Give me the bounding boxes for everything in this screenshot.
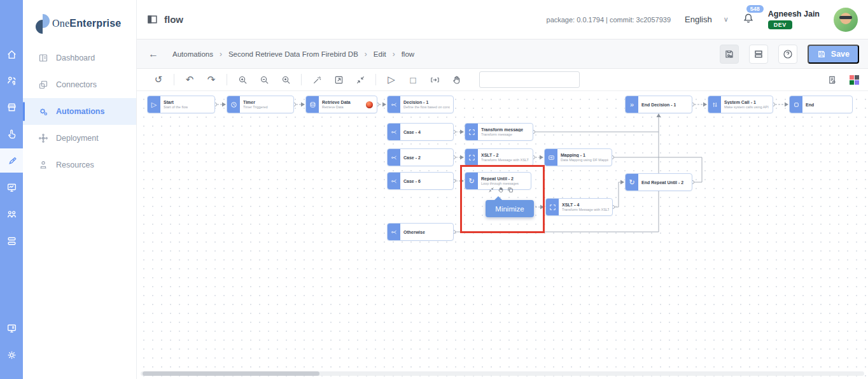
node-subtitle: Loop through messages bbox=[481, 182, 519, 185]
page-title: flow bbox=[164, 14, 183, 25]
flow-node-case-2[interactable]: Case - 2 bbox=[387, 148, 454, 166]
brand-logo[interactable]: OneEnterprise bbox=[23, 0, 136, 37]
sidebar-item-connectors[interactable]: Connectors bbox=[23, 71, 136, 98]
node-title: Case - 6 bbox=[403, 179, 421, 183]
store-icon bbox=[6, 102, 17, 113]
notifications-button[interactable]: 548 bbox=[743, 13, 754, 27]
bell-icon bbox=[743, 13, 754, 24]
save-button[interactable]: Save bbox=[808, 45, 859, 64]
undo-button[interactable]: ↶ bbox=[183, 73, 196, 86]
flow-node-decision-1[interactable]: Decision - 1Define the flow based on con… bbox=[387, 96, 454, 113]
rail-workstation[interactable] bbox=[0, 316, 23, 340]
rail-home[interactable] bbox=[0, 42, 23, 66]
flow-properties-button[interactable] bbox=[825, 73, 838, 86]
rail-team[interactable] bbox=[0, 202, 23, 226]
save-eye-icon bbox=[724, 49, 734, 59]
flow-node-end-decision-1[interactable]: » End Decision - 1 bbox=[625, 96, 692, 113]
rail-monitor-activity[interactable] bbox=[0, 175, 23, 199]
palette-grid-icon[interactable] bbox=[850, 75, 859, 85]
zoom-out-button[interactable] bbox=[258, 73, 270, 86]
breadcrumb-item[interactable]: Second Retrieve Data From Firebird DB bbox=[228, 50, 358, 58]
node-title: Retrieve Data bbox=[322, 100, 351, 104]
error-emoji-badge bbox=[366, 101, 373, 108]
rail-marketplace[interactable] bbox=[0, 95, 23, 119]
fit-screen-button[interactable] bbox=[332, 73, 345, 86]
breadcrumb-item[interactable]: flow bbox=[402, 50, 414, 58]
sidebar-item-automations[interactable]: Automations bbox=[23, 98, 136, 125]
sidebar-item-label: Dashboard bbox=[56, 54, 95, 62]
language-selector[interactable]: English ∨ bbox=[685, 15, 729, 24]
step-button[interactable] bbox=[428, 73, 441, 86]
zoom-in-button[interactable] bbox=[236, 73, 249, 86]
sidebar-item-resources[interactable]: Resources bbox=[23, 152, 136, 178]
flow-node-timer[interactable]: TimerTimer Triggered bbox=[227, 96, 294, 113]
layout-rows-button[interactable] bbox=[749, 45, 768, 64]
sidebar-item-deployment[interactable]: Deployment bbox=[23, 125, 136, 152]
search-input[interactable] bbox=[485, 76, 575, 83]
flow-node-mapping-1[interactable]: Mapping - 1Data Mapping using DF Mapping… bbox=[544, 148, 612, 166]
collapse-button[interactable] bbox=[354, 73, 367, 86]
help-icon bbox=[783, 49, 793, 59]
flow-node-xslt-4[interactable]: XSLT - 4Transform Message with XSLT bbox=[545, 198, 613, 216]
toolbar-divider bbox=[227, 74, 227, 85]
node-title: End Decision - 1 bbox=[641, 103, 676, 107]
gear-icon bbox=[6, 350, 17, 361]
rail-stack[interactable] bbox=[0, 229, 23, 253]
flow-node-system-call-1[interactable]: System Call - 1Make system calls using A… bbox=[708, 96, 773, 113]
branch-icon bbox=[388, 149, 400, 166]
flow-node-case-4[interactable]: Case - 4 bbox=[387, 123, 454, 141]
node-title: Start bbox=[164, 100, 188, 104]
node-title: End bbox=[806, 103, 814, 107]
flow-node-end[interactable]: End bbox=[789, 96, 853, 113]
breadcrumb-item[interactable]: Edit bbox=[374, 50, 386, 58]
flow-node-xslt-2[interactable]: XSLT - 2Transform Message with XSLT bbox=[465, 148, 533, 166]
reset-view-button[interactable]: ↺ bbox=[152, 73, 165, 86]
drag-hand-icon[interactable] bbox=[498, 187, 504, 193]
home-icon bbox=[6, 49, 17, 60]
breadcrumb-item[interactable]: Automations bbox=[172, 50, 213, 58]
node-subtitle: Make system calls using API definitions bbox=[724, 105, 769, 109]
branch-icon bbox=[388, 173, 400, 189]
avatar[interactable] bbox=[834, 8, 858, 32]
flow-canvas[interactable]: ▷ StartStart of the flow TimerTimer Trig… bbox=[137, 91, 868, 379]
minimize-tooltip[interactable]: Minimize bbox=[486, 200, 534, 217]
stop-button[interactable]: □ bbox=[407, 73, 419, 86]
copy-icon[interactable] bbox=[507, 187, 514, 193]
flow-node-otherwise[interactable]: Otherwise bbox=[387, 223, 454, 241]
app-root: OneEnterprise Dashboard Connectors Autom… bbox=[0, 0, 868, 379]
flow-node-retrieve-data[interactable]: Retrieve DataRetrieve Data bbox=[305, 96, 377, 113]
clock-icon bbox=[227, 96, 240, 113]
rail-touch[interactable] bbox=[0, 122, 23, 146]
sidebar-item-dashboard[interactable]: Dashboard bbox=[23, 45, 136, 71]
scrollbar-thumb[interactable] bbox=[143, 371, 319, 376]
run-button[interactable]: ▷ bbox=[385, 73, 398, 86]
brand-wordmark: OneEnterprise bbox=[52, 18, 121, 29]
rail-brush[interactable] bbox=[0, 148, 23, 173]
flow-node-case-6[interactable]: Case - 6 bbox=[387, 172, 454, 190]
node-title: Case - 4 bbox=[403, 130, 421, 134]
node-title: End Repeat Until - 2 bbox=[641, 180, 683, 185]
help-button[interactable] bbox=[778, 45, 797, 64]
breadcrumb-separator: › bbox=[220, 50, 222, 59]
node-title: Mapping - 1 bbox=[561, 153, 608, 157]
redo-button[interactable]: ↷ bbox=[205, 73, 218, 86]
back-button[interactable]: ← bbox=[148, 48, 158, 60]
flow-node-start[interactable]: ▷ StartStart of the flow bbox=[147, 96, 215, 113]
rail-settings[interactable] bbox=[0, 343, 23, 367]
save-preview-button[interactable] bbox=[720, 45, 739, 64]
hand-icon bbox=[452, 75, 461, 85]
save-button-label: Save bbox=[831, 50, 850, 59]
breadcrumb: Automations › Second Retrieve Data From … bbox=[172, 50, 414, 59]
wand-button[interactable] bbox=[311, 73, 323, 86]
panel-toggle-icon[interactable] bbox=[147, 14, 158, 25]
rail-user-sync[interactable] bbox=[0, 68, 23, 92]
minimize-icon[interactable] bbox=[488, 187, 494, 193]
toolbar-right bbox=[825, 73, 859, 86]
user-block[interactable]: Agneesh Jain DEV bbox=[768, 10, 820, 29]
flow-node-transform-message[interactable]: Transform messageTransform message bbox=[465, 123, 533, 141]
pan-button[interactable] bbox=[450, 73, 463, 86]
zoom-reset-button[interactable] bbox=[279, 73, 292, 86]
collapse-icon bbox=[356, 75, 365, 85]
node-title: System Call - 1 bbox=[724, 100, 769, 104]
flow-node-end-repeat-until-2[interactable]: ↻ End Repeat Until - 2 bbox=[625, 173, 692, 191]
